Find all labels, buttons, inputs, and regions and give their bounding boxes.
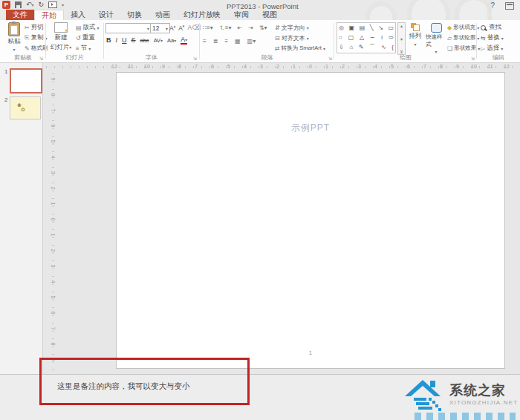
columns-button[interactable]: ▥▾ — [247, 38, 256, 45]
cut-button[interactable]: ✂剪切 — [25, 23, 44, 32]
shape-option-icon[interactable]: ≀ — [380, 33, 383, 42]
redo-button[interactable]: ↻ — [39, 1, 45, 8]
tab-view[interactable]: 视图 — [256, 10, 284, 20]
layout-icon: ▤ — [76, 24, 82, 31]
line-spacing-button[interactable]: ⇅▾ — [259, 24, 267, 31]
slide-thumbnail-2[interactable]: ❀✿ — [10, 96, 41, 119]
decrease-indent-button[interactable]: ⇤ — [237, 24, 242, 31]
shape-option-icon[interactable]: ▣ — [349, 24, 355, 33]
format-painter-button[interactable]: ✎格式刷 — [25, 44, 48, 53]
section-button[interactable]: ≡节▾ — [76, 44, 91, 53]
shape-option-icon[interactable]: ╲ — [370, 24, 374, 33]
copy-button[interactable]: ⎘复制▾ — [25, 33, 47, 42]
font-name-combo[interactable]: ▾ — [105, 23, 152, 33]
shape-option-icon[interactable]: ⌂ — [349, 43, 353, 52]
text-direction-button[interactable]: ⇵文字方向▾ — [275, 23, 309, 32]
reset-button[interactable]: ↺重置 — [76, 33, 95, 42]
slide-canvas[interactable]: 示例PPT 1 — [116, 72, 505, 369]
strikethrough-button[interactable]: S — [131, 36, 136, 44]
tab-transitions[interactable]: 切换 — [120, 10, 149, 20]
shapes-gallery-scroll[interactable]: ▴▾⊻ — [397, 22, 406, 55]
clipboard-dialog-launcher[interactable]: ⇲ — [39, 56, 43, 61]
quick-styles-button[interactable]: 快速样式▾ — [426, 23, 446, 54]
tab-home[interactable]: 开始 — [34, 10, 64, 20]
shape-option-icon[interactable]: ◎ — [339, 24, 344, 33]
select-button[interactable]: ▻选择▾ — [481, 44, 503, 53]
shape-option-icon[interactable]: { — [391, 43, 394, 52]
tab-animations[interactable]: 动画 — [149, 10, 177, 20]
shape-effects-button[interactable]: ❏形状效果▾ — [447, 44, 480, 53]
shape-option-icon[interactable]: ▭ — [388, 24, 394, 33]
shape-option-icon[interactable]: ↘ — [378, 24, 383, 33]
tab-design[interactable]: 设计 — [92, 10, 120, 20]
shapes-gallery[interactable]: ◎▣▤╲↘▭○▢△∽≀⇨⇩⌂✎⌒∿{ — [337, 22, 396, 53]
bold-button[interactable]: B — [106, 36, 111, 44]
font-color-button[interactable]: A▾ — [181, 36, 187, 45]
new-slide-button[interactable]: 新建 幻灯片▾ — [48, 22, 74, 52]
ruler-number: 12 — [501, 64, 513, 69]
undo-button[interactable]: ↶▾ — [26, 1, 34, 9]
align-left-button[interactable]: ≡ — [203, 38, 207, 45]
ruler-number: 3 — [256, 64, 267, 69]
slide-title-placeholder[interactable]: 示例PPT — [117, 122, 504, 134]
arrange-button[interactable]: 排列▾ — [406, 23, 424, 47]
convert-smartart-button[interactable]: ⇄转换为 SmartArt▾ — [275, 44, 325, 53]
text-shadow-button[interactable]: abc — [140, 37, 149, 44]
align-right-button[interactable]: ≡ — [224, 38, 228, 45]
slide-thumbnail-1[interactable] — [10, 68, 42, 93]
save-icon[interactable] — [15, 1, 22, 8]
shape-option-icon[interactable]: ∽ — [370, 33, 375, 42]
paste-button[interactable]: 粘贴 ▾ — [4, 22, 24, 52]
shape-option-icon[interactable]: ⌒ — [369, 43, 375, 52]
tab-file[interactable]: 文件 — [6, 10, 34, 20]
change-case-button[interactable]: Aa▾ — [167, 37, 176, 44]
paragraph-dialog-launcher[interactable]: ⇲ — [328, 56, 332, 61]
align-center-button[interactable]: ≣ — [213, 38, 218, 45]
tab-slideshow[interactable]: 幻灯片放映 — [177, 10, 227, 20]
copy-icon: ⎘ — [25, 34, 29, 42]
start-slideshow-icon[interactable] — [48, 1, 57, 8]
shape-option-icon[interactable]: ▢ — [348, 33, 354, 42]
ruler-number: 9 — [452, 64, 464, 69]
character-spacing-button[interactable]: AV▾ — [154, 37, 163, 44]
tab-insert[interactable]: 插入 — [64, 10, 92, 20]
underline-button[interactable]: U — [122, 36, 127, 44]
shape-option-icon[interactable]: ⇨ — [389, 33, 394, 42]
find-button[interactable]: 查找 — [481, 23, 501, 32]
shape-option-icon[interactable]: ∿ — [381, 43, 386, 52]
layout-button[interactable]: ▤版式▾ — [76, 23, 100, 32]
numbering-button[interactable]: ⒈≡▾ — [219, 24, 232, 32]
ribbon-display-options-icon[interactable] — [505, 2, 514, 10]
drawing-dialog-launcher[interactable]: ⇲ — [471, 56, 475, 61]
powerpoint-logo-icon[interactable]: P — [2, 1, 10, 9]
shape-option-icon[interactable]: ○ — [339, 33, 342, 42]
ruler-number: 7 — [51, 109, 56, 112]
increase-indent-button[interactable]: ⇥ — [248, 24, 253, 31]
help-icon[interactable]: ? — [490, 1, 495, 10]
group-label-editing: 编辑 — [478, 53, 519, 62]
italic-button[interactable]: I — [116, 36, 118, 44]
shrink-font-button[interactable]: A▾ — [178, 24, 184, 32]
ribbon-tabs: 文件开始插入设计切换动画幻灯片放映审阅视图 — [6, 10, 284, 20]
font-size-combo[interactable]: 12▾ — [150, 23, 170, 33]
tab-review[interactable]: 审阅 — [227, 10, 256, 20]
customize-qat-button[interactable]: ▾ — [62, 2, 64, 7]
shape-option-icon[interactable]: ▤ — [360, 24, 365, 33]
slide-thumbnail-panel: 12❀✿ — [0, 63, 43, 374]
ruler-number: 8 — [51, 343, 56, 346]
shape-fill-button[interactable]: ◆形状填充▾ — [447, 23, 479, 32]
arrange-icon — [411, 23, 420, 31]
group-label-font: 字体 — [105, 53, 198, 62]
align-text-icon: ⊟ — [275, 35, 280, 42]
justify-button[interactable]: ▦ — [235, 38, 241, 45]
ruler-number: 9 — [51, 78, 56, 81]
replace-button[interactable]: ⇆替换▾ — [481, 33, 504, 42]
grow-font-button[interactable]: A▴ — [169, 24, 175, 32]
shape-outline-button[interactable]: ▱形状轮廓▾ — [447, 33, 479, 42]
shape-option-icon[interactable]: △ — [360, 33, 364, 42]
bullets-button[interactable]: ∷≡▾ — [203, 24, 213, 31]
shape-option-icon[interactable]: ✎ — [359, 43, 364, 52]
shape-option-icon[interactable]: ⇩ — [339, 43, 344, 52]
align-text-button[interactable]: ⊟对齐文本▾ — [275, 33, 309, 42]
font-dialog-launcher[interactable]: ⇲ — [193, 56, 197, 61]
